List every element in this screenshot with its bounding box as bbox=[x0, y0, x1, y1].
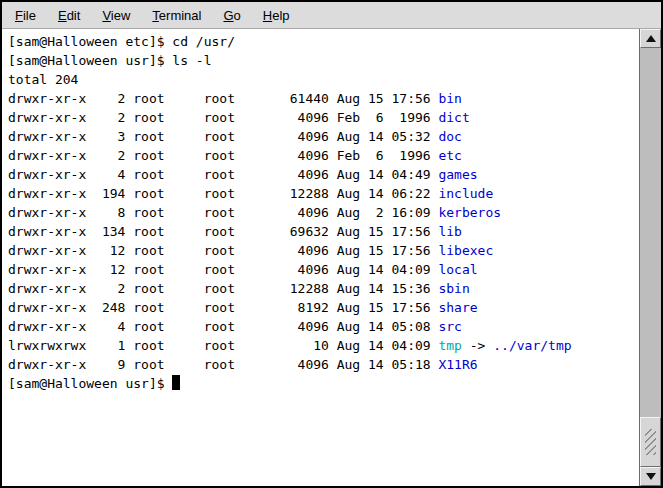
terminal-text: [sam@Halloween usr]$ bbox=[8, 376, 172, 391]
scroll-down-icon bbox=[646, 473, 656, 480]
terminal-text: lrwxrwxrwx 1 root root 10 Aug 14 04:09 bbox=[8, 338, 438, 353]
terminal-line: drwxr-xr-x 2 root root 4096 Feb 6 1996 d… bbox=[8, 108, 639, 127]
scrollbar[interactable] bbox=[639, 29, 661, 486]
terminal-line: drwxr-xr-x 248 root root 8192 Aug 15 17:… bbox=[8, 298, 639, 317]
terminal-text: drwxr-xr-x 2 root root 4096 Feb 6 1996 bbox=[8, 148, 438, 163]
directory-name: local bbox=[438, 262, 477, 277]
directory-name: sbin bbox=[438, 281, 469, 296]
menu-file-label: F bbox=[15, 8, 23, 23]
terminal-line: drwxr-xr-x 12 root root 4096 Aug 14 04:0… bbox=[8, 260, 639, 279]
terminal-line: [sam@Halloween usr]$ ls -l bbox=[8, 51, 639, 70]
terminal-line: drwxr-xr-x 9 root root 4096 Aug 14 05:18… bbox=[8, 355, 639, 374]
terminal-text: drwxr-xr-x 8 root root 4096 Aug 2 16:09 bbox=[8, 205, 438, 220]
terminal-text: drwxr-xr-x 4 root root 4096 Aug 14 04:49 bbox=[8, 167, 438, 182]
terminal-output[interactable]: [sam@Halloween etc]$ cd /usr/[sam@Hallow… bbox=[2, 29, 639, 486]
scroll-down-button[interactable] bbox=[640, 467, 661, 486]
terminal-text: drwxr-xr-x 12 root root 4096 Aug 15 17:5… bbox=[8, 243, 438, 258]
menu-terminal[interactable]: Terminal bbox=[149, 6, 204, 25]
directory-name: bin bbox=[438, 91, 461, 106]
menu-go-label-rest: o bbox=[234, 8, 241, 23]
scrollbar-thumb[interactable] bbox=[640, 417, 661, 467]
terminal-line: drwxr-xr-x 4 root root 4096 Aug 14 04:49… bbox=[8, 165, 639, 184]
directory-name: kerberos bbox=[438, 205, 501, 220]
terminal-text: drwxr-xr-x 12 root root 4096 Aug 14 04:0… bbox=[8, 262, 438, 277]
menu-edit[interactable]: Edit bbox=[55, 6, 83, 25]
terminal-line: drwxr-xr-x 3 root root 4096 Aug 14 05:32… bbox=[8, 127, 639, 146]
terminal-text: drwxr-xr-x 134 root root 69632 Aug 15 17… bbox=[8, 224, 438, 239]
terminal-line: drwxr-xr-x 134 root root 69632 Aug 15 17… bbox=[8, 222, 639, 241]
directory-name: X11R6 bbox=[438, 357, 477, 372]
menu-help[interactable]: Help bbox=[260, 6, 293, 25]
directory-name: doc bbox=[438, 129, 461, 144]
terminal-line: drwxr-xr-x 194 root root 12288 Aug 14 06… bbox=[8, 184, 639, 203]
terminal-line: lrwxrwxrwx 1 root root 10 Aug 14 04:09 t… bbox=[8, 336, 639, 355]
menu-edit-label: E bbox=[58, 8, 67, 23]
menu-file[interactable]: File bbox=[12, 6, 39, 25]
terminal-line: total 204 bbox=[8, 70, 639, 89]
terminal-text: total 204 bbox=[8, 72, 78, 87]
terminal-text: -> bbox=[462, 338, 493, 353]
terminal-line: drwxr-xr-x 2 root root 12288 Aug 14 15:3… bbox=[8, 279, 639, 298]
terminal-text: [sam@Halloween etc]$ cd /usr/ bbox=[8, 34, 235, 49]
directory-name: libexec bbox=[438, 243, 493, 258]
symlink-name: tmp bbox=[438, 338, 461, 353]
menu-go-label: G bbox=[223, 8, 233, 23]
menu-terminal-label-rest: erminal bbox=[159, 8, 202, 23]
terminal-text: drwxr-xr-x 3 root root 4096 Aug 14 05:32 bbox=[8, 129, 438, 144]
terminal-line: drwxr-xr-x 4 root root 4096 Aug 14 05:08… bbox=[8, 317, 639, 336]
terminal-text: drwxr-xr-x 4 root root 4096 Aug 14 05:08 bbox=[8, 319, 438, 334]
terminal-line: drwxr-xr-x 2 root root 4096 Feb 6 1996 e… bbox=[8, 146, 639, 165]
terminal-line: [sam@Halloween usr]$ bbox=[8, 374, 639, 393]
terminal-text: drwxr-xr-x 2 root root 4096 Feb 6 1996 bbox=[8, 110, 438, 125]
directory-name: share bbox=[438, 300, 477, 315]
directory-name: dict bbox=[438, 110, 469, 125]
directory-name: lib bbox=[438, 224, 461, 239]
terminal-text: [sam@Halloween usr]$ ls -l bbox=[8, 53, 212, 68]
terminal-line: drwxr-xr-x 8 root root 4096 Aug 2 16:09 … bbox=[8, 203, 639, 222]
scroll-up-icon bbox=[646, 35, 656, 42]
directory-name: ../var/tmp bbox=[493, 338, 571, 353]
directory-name: src bbox=[438, 319, 461, 334]
menu-view[interactable]: View bbox=[99, 6, 133, 25]
menu-help-label-rest: elp bbox=[272, 8, 289, 23]
scrollbar-track[interactable] bbox=[640, 48, 661, 467]
menu-bar: File Edit View Terminal Go Help bbox=[2, 2, 661, 29]
menu-go[interactable]: Go bbox=[220, 6, 243, 25]
menu-help-label: H bbox=[263, 8, 272, 23]
scrollbar-thumb-grip bbox=[645, 429, 656, 455]
terminal-line: [sam@Halloween etc]$ cd /usr/ bbox=[8, 32, 639, 51]
terminal-text: drwxr-xr-x 2 root root 12288 Aug 14 15:3… bbox=[8, 281, 438, 296]
terminal-line: drwxr-xr-x 2 root root 61440 Aug 15 17:5… bbox=[8, 89, 639, 108]
menu-file-label-rest: ile bbox=[23, 8, 36, 23]
terminal-text: drwxr-xr-x 2 root root 61440 Aug 15 17:5… bbox=[8, 91, 438, 106]
terminal-text: drwxr-xr-x 194 root root 12288 Aug 14 06… bbox=[8, 186, 438, 201]
menu-edit-label-rest: dit bbox=[67, 8, 81, 23]
menu-view-label: V bbox=[102, 8, 110, 23]
terminal-text: drwxr-xr-x 248 root root 8192 Aug 15 17:… bbox=[8, 300, 438, 315]
directory-name: etc bbox=[438, 148, 461, 163]
directory-name: include bbox=[438, 186, 493, 201]
block-cursor bbox=[172, 375, 180, 390]
terminal-line: drwxr-xr-x 12 root root 4096 Aug 15 17:5… bbox=[8, 241, 639, 260]
terminal-text: drwxr-xr-x 9 root root 4096 Aug 14 05:18 bbox=[8, 357, 438, 372]
directory-name: games bbox=[438, 167, 477, 182]
menu-view-label-rest: iew bbox=[111, 8, 131, 23]
terminal-window: File Edit View Terminal Go Help [sam@Hal… bbox=[0, 0, 663, 488]
scroll-up-button[interactable] bbox=[640, 29, 661, 48]
